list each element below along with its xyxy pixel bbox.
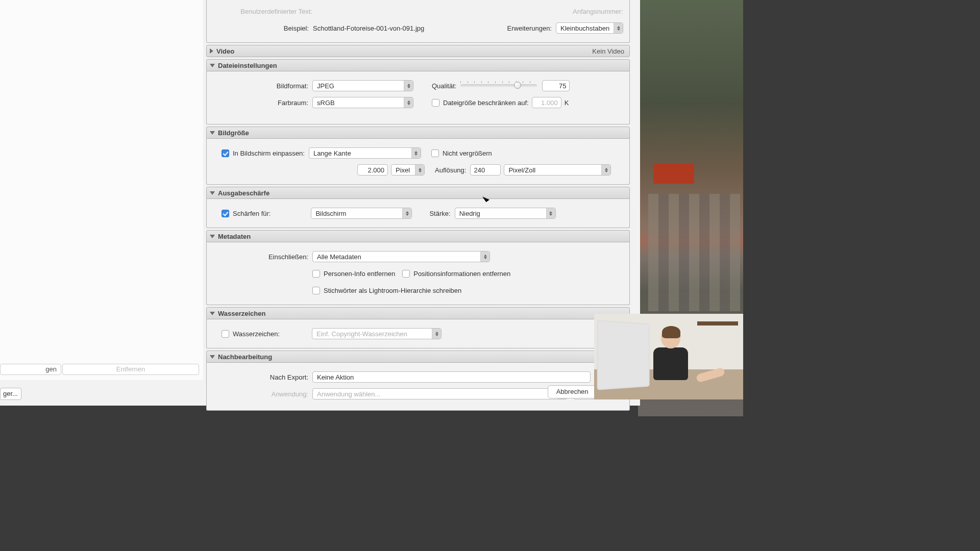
chevron-updown-icon bbox=[402, 208, 411, 218]
watermark-label: Wasserzeichen: bbox=[233, 330, 280, 338]
chevron-updown-icon bbox=[432, 329, 441, 339]
example-label: Beispiel: bbox=[213, 24, 309, 32]
remove-person-label: Personen-Info entfernen bbox=[324, 270, 395, 278]
metadata-section-header[interactable]: Metadaten bbox=[206, 230, 630, 242]
limit-filesize-label: Dateigröße beschränken auf: bbox=[443, 99, 529, 107]
extensions-label: Erweiterungen: bbox=[507, 24, 552, 32]
image-format-select[interactable]: JPEG bbox=[312, 80, 413, 91]
keywords-hierarchy-label: Stichwörter als Lightroom-Hierarchie sch… bbox=[324, 287, 461, 294]
include-select[interactable]: Alle Metadaten bbox=[312, 251, 490, 262]
custom-text-label: Benutzerdefinierter Text: bbox=[213, 8, 312, 15]
preset-add-button[interactable]: gen bbox=[0, 364, 61, 375]
remove-person-checkbox[interactable] bbox=[312, 270, 320, 278]
sharpen-for-checkbox[interactable] bbox=[222, 210, 229, 217]
resolution-label: Auflösung: bbox=[435, 166, 466, 174]
limit-filesize-unit: K bbox=[565, 99, 569, 107]
preset-remove-button[interactable]: Entfernen bbox=[62, 364, 199, 375]
dimension-unit-select[interactable]: Pixel bbox=[391, 164, 425, 176]
remove-location-checkbox[interactable] bbox=[402, 270, 410, 278]
dimension-input[interactable]: 2.000 bbox=[357, 164, 388, 176]
dialog-footer: Abbrechen Exp bbox=[206, 378, 640, 406]
color-space-select[interactable]: sRGB bbox=[312, 97, 413, 108]
video-section-header[interactable]: Video Kein Video bbox=[206, 45, 630, 57]
output-sharpening-section-header[interactable]: Ausgabeschärfe bbox=[206, 187, 630, 199]
dont-enlarge-label: Nicht vergrößern bbox=[443, 149, 492, 157]
limit-filesize-input[interactable]: 1.000 bbox=[532, 97, 561, 108]
chevron-updown-icon bbox=[411, 148, 421, 158]
dont-enlarge-checkbox[interactable] bbox=[431, 149, 439, 157]
resize-to-fit-label: In Bildschirm einpassen: bbox=[233, 149, 305, 157]
export-dialog: gen Entfernen ger... Benutzerdefinierter… bbox=[0, 0, 640, 406]
file-settings-section-header[interactable]: Dateieinstellungen bbox=[206, 59, 630, 71]
cancel-button[interactable]: Abbrechen bbox=[548, 385, 597, 398]
disclosure-down-icon bbox=[210, 235, 215, 238]
chevron-updown-icon bbox=[480, 252, 489, 262]
resolution-input[interactable]: 240 bbox=[470, 164, 501, 176]
remove-location-label: Positionsinformationen entfernen bbox=[413, 270, 510, 278]
color-space-label: Farbraum: bbox=[214, 99, 308, 107]
output-sharpening-section-body: Schärfen für: Bildschirm Stärke: Niedrig bbox=[206, 199, 630, 228]
preset-sidebar: gen Entfernen bbox=[0, 0, 203, 380]
post-processing-section-header[interactable]: Nachbearbeitung bbox=[206, 350, 630, 363]
quality-slider[interactable] bbox=[460, 84, 537, 87]
disclosure-down-icon bbox=[210, 131, 215, 135]
quality-input[interactable]: 75 bbox=[542, 80, 570, 91]
watermarking-section-header[interactable]: Wasserzeichen bbox=[206, 307, 630, 319]
plugin-manager-button[interactable]: ger... bbox=[0, 388, 21, 400]
export-settings-panel: Benutzerdefinierter Text: Anfangsnummer:… bbox=[206, 0, 630, 380]
watermark-select[interactable]: Einf. Copyright-Wasserzeichen bbox=[312, 328, 442, 339]
disclosure-down-icon bbox=[210, 355, 215, 359]
chevron-updown-icon bbox=[404, 81, 413, 91]
sharpen-for-label: Schärfen für: bbox=[233, 210, 271, 217]
disclosure-down-icon bbox=[210, 312, 215, 315]
disclosure-down-icon bbox=[210, 64, 215, 67]
watermark-checkbox[interactable] bbox=[222, 330, 229, 338]
watermarking-section-body: Wasserzeichen: Einf. Copyright-Wasserzei… bbox=[206, 319, 630, 348]
chevron-updown-icon bbox=[546, 208, 555, 218]
chevron-updown-icon bbox=[601, 165, 610, 175]
keywords-hierarchy-checkbox[interactable] bbox=[312, 287, 320, 294]
include-label: Einschließen: bbox=[214, 253, 308, 261]
sharpen-amount-select[interactable]: Niedrig bbox=[455, 208, 556, 219]
disclosure-down-icon bbox=[210, 191, 215, 195]
start-number-label: Anfangsnummer: bbox=[573, 8, 623, 15]
quality-label: Qualität: bbox=[432, 82, 456, 90]
image-sizing-section-header[interactable]: Bildgröße bbox=[206, 127, 630, 139]
sharpen-for-select[interactable]: Bildschirm bbox=[311, 208, 412, 219]
disclosure-right-icon bbox=[210, 48, 213, 54]
chevron-updown-icon bbox=[404, 97, 413, 108]
file-naming-section-body: Benutzerdefinierter Text: Anfangsnummer:… bbox=[206, 0, 630, 43]
resolution-unit-select[interactable]: Pixel/Zoll bbox=[504, 164, 611, 176]
resize-to-fit-select[interactable]: Lange Kante bbox=[309, 147, 421, 159]
chevron-updown-icon bbox=[614, 23, 623, 33]
slider-ticks bbox=[460, 81, 537, 83]
slider-thumb[interactable] bbox=[514, 82, 521, 89]
video-status: Kein Video bbox=[592, 47, 624, 55]
image-format-label: Bildformat: bbox=[214, 82, 308, 90]
example-filename: Schottland-Fotoreise-001-von-091.jpg bbox=[313, 24, 424, 32]
chevron-updown-icon bbox=[415, 165, 424, 175]
file-settings-section-body: Bildformat: JPEG Qualität: 75 Farbraum: … bbox=[206, 71, 630, 124]
resize-to-fit-checkbox[interactable] bbox=[222, 149, 229, 157]
image-sizing-section-body: In Bildschirm einpassen: Lange Kante Nic… bbox=[206, 139, 630, 185]
webcam-overlay bbox=[594, 314, 743, 399]
metadata-section-body: Einschließen: Alle Metadaten Personen-In… bbox=[206, 242, 630, 305]
sharpen-amount-label: Stärke: bbox=[429, 210, 450, 217]
limit-filesize-checkbox[interactable] bbox=[432, 99, 439, 107]
extensions-select[interactable]: Kleinbuchstaben bbox=[556, 22, 623, 34]
